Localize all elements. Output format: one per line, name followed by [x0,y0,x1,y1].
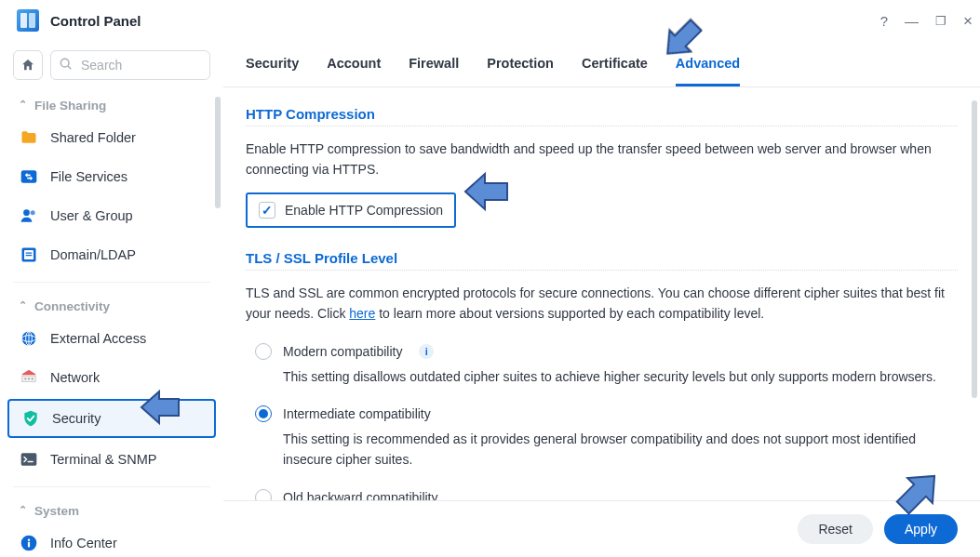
checkbox-label: Enable HTTP Compression [285,203,443,218]
terminal-icon [19,449,39,470]
tls-option-desc: This setting disallows outdated cipher s… [246,365,958,401]
svg-point-0 [60,59,69,67]
home-button[interactable] [13,50,43,80]
sidebar-item-label: Shared Folder [50,130,136,145]
svg-rect-20 [28,542,30,548]
sidebar-item-terminal-snmp[interactable]: Terminal & SNMP [0,440,223,479]
net-icon [19,367,39,388]
sidebar-scrollbar[interactable] [215,97,221,208]
maximize-icon[interactable]: ❐ [935,15,946,27]
radio-icon [255,343,272,360]
sidebar-item-user-group[interactable]: User & Group [0,196,223,235]
user-icon [19,206,39,226]
sidebar-item-label: Domain/LDAP [50,247,136,262]
sidebar-divider [13,282,210,283]
tab-firewall[interactable]: Firewall [409,56,459,86]
sidebar-group-label: File Sharing [34,99,106,113]
globe-icon [19,328,39,349]
sidebar-item-info-center[interactable]: Info Center [0,524,223,557]
sidebar-divider [13,486,210,487]
radio-icon [255,405,272,422]
svg-rect-17 [21,453,37,465]
sidebar-item-label: File Services [50,169,128,184]
book-icon [19,245,39,265]
info-icon[interactable]: i [419,344,434,359]
section-divider [246,126,958,126]
chevron-up-icon: ⌃ [19,99,27,111]
section-title-http: HTTP Compression [246,106,958,122]
section-divider [246,270,958,271]
sidebar-item-network[interactable]: Network [0,358,223,397]
sidebar-item-external-access[interactable]: External Access [0,319,223,358]
app-icon [17,9,39,32]
search-input[interactable] [50,50,210,80]
radio-label: Modern compatibility [283,344,402,359]
sidebar-item-label: User & Group [50,208,133,223]
sidebar-item-label: Terminal & SNMP [50,452,156,467]
tab-security[interactable]: Security [246,56,299,86]
folder-icon [19,127,39,148]
http-compression-desc: Enable HTTP compression to save bandwidt… [246,139,958,179]
shield-icon [20,408,41,429]
svg-point-16 [32,378,34,379]
minimize-icon[interactable]: — [905,14,919,28]
enable-http-compression-checkbox[interactable]: Enable HTTP Compression [246,192,456,228]
tls-desc: TLS and SSL are common encrypted protoco… [246,284,958,324]
svg-point-14 [24,378,26,379]
sidebar-group-connectivity[interactable]: ⌃Connectivity [0,290,223,319]
tab-account[interactable]: Account [327,56,381,86]
reset-button[interactable]: Reset [798,514,873,544]
svg-rect-2 [21,170,37,182]
apply-button[interactable]: Apply [884,514,958,544]
sidebar-group-label: Connectivity [34,299,110,313]
radio-label: Intermediate compatibility [283,406,431,421]
tab-protection[interactable]: Protection [487,56,554,86]
svg-point-3 [23,209,30,216]
svg-rect-7 [26,253,33,254]
footer: Reset Apply [223,500,980,557]
tls-option-old[interactable]: Old backward compatibility [246,484,958,500]
sidebar-item-security[interactable]: Security [7,399,216,438]
search-icon [59,57,74,72]
svg-point-15 [28,378,30,379]
svg-rect-8 [26,255,33,256]
sidebar-item-domain-ldap[interactable]: Domain/LDAP [0,235,223,274]
radio-icon [255,489,272,500]
window-title: Control Panel [50,13,141,29]
tls-option-desc: This setting is recommended as it provid… [246,428,958,483]
svg-line-1 [68,66,71,69]
chevron-up-icon: ⌃ [19,299,27,312]
tls-option-intermediate[interactable]: Intermediate compatibility [246,400,958,428]
content-scroll[interactable]: HTTP Compression Enable HTTP compression… [223,87,980,500]
sidebar: ⌃File SharingShared FolderFile ServicesU… [0,41,223,557]
sidebar-group-system[interactable]: ⌃System [0,495,223,524]
sidebar-item-file-services[interactable]: File Services [0,157,223,196]
svg-point-4 [31,210,35,215]
search-field[interactable] [50,50,210,80]
tab-bar: SecurityAccountFirewallProtectionCertifi… [223,41,980,87]
tab-advanced[interactable]: Advanced [676,56,740,86]
sidebar-group-file-sharing[interactable]: ⌃File Sharing [0,89,223,118]
svg-point-19 [28,538,31,541]
radio-label: Old backward compatibility [283,490,438,500]
title-bar: Control Panel ? — ❐ × [0,0,980,41]
tls-learn-more-link[interactable]: here [349,306,375,321]
tab-certificate[interactable]: Certificate [582,56,648,86]
arrows-icon [19,166,39,187]
close-icon[interactable]: × [963,13,973,29]
sidebar-item-shared-folder[interactable]: Shared Folder [0,118,223,157]
checkbox-icon [259,202,275,219]
section-title-tls: TLS / SSL Profile Level [246,250,958,266]
content-scrollbar[interactable] [972,100,977,398]
chevron-up-icon: ⌃ [19,504,27,516]
content-pane: SecurityAccountFirewallProtectionCertifi… [223,41,980,557]
tls-option-modern[interactable]: Modern compatibilityi [246,338,958,365]
sidebar-item-label: Network [50,370,100,385]
sidebar-item-label: Security [52,411,101,426]
sidebar-item-label: Info Center [50,536,117,550]
sidebar-item-label: External Access [50,331,146,346]
info-icon [19,533,39,553]
home-icon [20,58,35,73]
sidebar-group-label: System [34,504,79,518]
help-icon[interactable]: ? [880,14,888,28]
